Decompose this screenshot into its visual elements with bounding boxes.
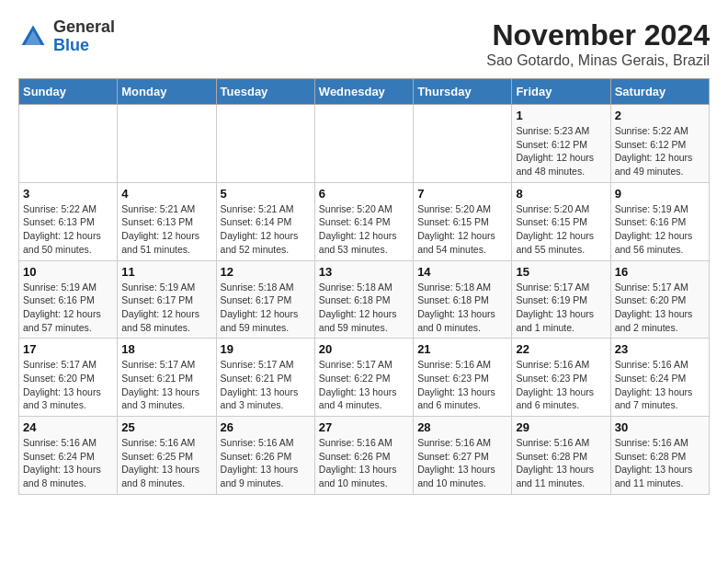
day-number: 18 bbox=[121, 342, 211, 356]
day-info: Sunrise: 5:16 AM Sunset: 6:28 PM Dayligh… bbox=[615, 436, 705, 490]
header-monday: Monday bbox=[118, 79, 216, 105]
calendar-cell: 15Sunrise: 5:17 AM Sunset: 6:19 PM Dayli… bbox=[512, 260, 610, 339]
logo-blue: Blue bbox=[53, 36, 89, 54]
day-number: 21 bbox=[417, 342, 507, 356]
day-number: 6 bbox=[319, 187, 409, 201]
day-info: Sunrise: 5:16 AM Sunset: 6:28 PM Dayligh… bbox=[516, 436, 606, 490]
day-number: 1 bbox=[516, 109, 606, 122]
calendar-cell: 14Sunrise: 5:18 AM Sunset: 6:18 PM Dayli… bbox=[414, 260, 512, 339]
calendar-cell bbox=[414, 105, 512, 183]
calendar-cell: 11Sunrise: 5:19 AM Sunset: 6:17 PM Dayli… bbox=[118, 260, 216, 339]
day-info: Sunrise: 5:18 AM Sunset: 6:18 PM Dayligh… bbox=[319, 281, 409, 335]
header-wednesday: Wednesday bbox=[314, 79, 413, 105]
calendar-cell: 26Sunrise: 5:16 AM Sunset: 6:26 PM Dayli… bbox=[216, 417, 314, 495]
week-row-0: 1Sunrise: 5:23 AM Sunset: 6:12 PM Daylig… bbox=[19, 105, 710, 183]
day-info: Sunrise: 5:17 AM Sunset: 6:21 PM Dayligh… bbox=[221, 358, 311, 412]
header-tuesday: Tuesday bbox=[216, 79, 314, 105]
title-block: November 2024 Sao Gotardo, Minas Gerais,… bbox=[486, 18, 710, 69]
day-number: 30 bbox=[615, 420, 705, 434]
calendar-table: SundayMondayTuesdayWednesdayThursdayFrid… bbox=[18, 78, 710, 495]
calendar-cell: 12Sunrise: 5:18 AM Sunset: 6:17 PM Dayli… bbox=[216, 260, 314, 339]
calendar-cell bbox=[216, 105, 314, 183]
calendar-cell: 13Sunrise: 5:18 AM Sunset: 6:18 PM Dayli… bbox=[314, 260, 413, 339]
day-number: 13 bbox=[319, 265, 409, 279]
day-info: Sunrise: 5:16 AM Sunset: 6:24 PM Dayligh… bbox=[23, 436, 113, 490]
day-info: Sunrise: 5:18 AM Sunset: 6:17 PM Dayligh… bbox=[221, 281, 311, 335]
day-number: 3 bbox=[23, 187, 113, 201]
day-info: Sunrise: 5:16 AM Sunset: 6:25 PM Dayligh… bbox=[121, 436, 211, 490]
day-number: 26 bbox=[221, 420, 311, 434]
day-info: Sunrise: 5:19 AM Sunset: 6:17 PM Dayligh… bbox=[121, 281, 211, 335]
day-info: Sunrise: 5:22 AM Sunset: 6:12 PM Dayligh… bbox=[615, 124, 705, 178]
day-info: Sunrise: 5:17 AM Sunset: 6:20 PM Dayligh… bbox=[615, 281, 705, 335]
calendar-cell bbox=[314, 105, 413, 183]
day-number: 4 bbox=[121, 187, 211, 201]
day-info: Sunrise: 5:16 AM Sunset: 6:24 PM Dayligh… bbox=[615, 358, 705, 412]
calendar-cell: 23Sunrise: 5:16 AM Sunset: 6:24 PM Dayli… bbox=[610, 339, 709, 417]
day-info: Sunrise: 5:19 AM Sunset: 6:16 PM Dayligh… bbox=[615, 202, 705, 257]
calendar-cell: 4Sunrise: 5:21 AM Sunset: 6:13 PM Daylig… bbox=[118, 182, 216, 260]
day-number: 25 bbox=[121, 420, 211, 434]
day-info: Sunrise: 5:17 AM Sunset: 6:19 PM Dayligh… bbox=[516, 281, 606, 335]
calendar-cell: 10Sunrise: 5:19 AM Sunset: 6:16 PM Dayli… bbox=[19, 260, 118, 339]
header-thursday: Thursday bbox=[414, 79, 512, 105]
day-number: 20 bbox=[319, 342, 409, 356]
calendar-cell: 8Sunrise: 5:20 AM Sunset: 6:15 PM Daylig… bbox=[512, 182, 610, 260]
day-number: 27 bbox=[319, 420, 409, 434]
day-info: Sunrise: 5:19 AM Sunset: 6:16 PM Dayligh… bbox=[23, 281, 113, 335]
day-number: 10 bbox=[23, 265, 113, 279]
day-number: 16 bbox=[615, 265, 705, 279]
calendar-cell: 29Sunrise: 5:16 AM Sunset: 6:28 PM Dayli… bbox=[512, 417, 610, 495]
day-info: Sunrise: 5:21 AM Sunset: 6:14 PM Dayligh… bbox=[221, 202, 311, 257]
day-info: Sunrise: 5:21 AM Sunset: 6:13 PM Dayligh… bbox=[121, 202, 211, 257]
calendar-cell: 3Sunrise: 5:22 AM Sunset: 6:13 PM Daylig… bbox=[19, 182, 118, 260]
logo-text: General Blue bbox=[53, 18, 115, 55]
calendar-cell: 17Sunrise: 5:17 AM Sunset: 6:20 PM Dayli… bbox=[19, 339, 118, 417]
day-number: 23 bbox=[615, 342, 705, 356]
day-number: 22 bbox=[516, 342, 606, 356]
day-info: Sunrise: 5:16 AM Sunset: 6:23 PM Dayligh… bbox=[417, 358, 507, 412]
day-number: 2 bbox=[615, 109, 705, 122]
calendar-cell: 30Sunrise: 5:16 AM Sunset: 6:28 PM Dayli… bbox=[610, 417, 709, 495]
week-row-1: 3Sunrise: 5:22 AM Sunset: 6:13 PM Daylig… bbox=[19, 182, 710, 260]
calendar-cell: 16Sunrise: 5:17 AM Sunset: 6:20 PM Dayli… bbox=[610, 260, 709, 339]
day-info: Sunrise: 5:17 AM Sunset: 6:22 PM Dayligh… bbox=[319, 358, 409, 412]
calendar-cell bbox=[118, 105, 216, 183]
day-number: 19 bbox=[221, 342, 311, 356]
day-info: Sunrise: 5:16 AM Sunset: 6:26 PM Dayligh… bbox=[221, 436, 311, 490]
calendar-cell: 20Sunrise: 5:17 AM Sunset: 6:22 PM Dayli… bbox=[314, 339, 413, 417]
header-friday: Friday bbox=[512, 79, 610, 105]
header-row: SundayMondayTuesdayWednesdayThursdayFrid… bbox=[19, 79, 710, 105]
day-number: 28 bbox=[417, 420, 507, 434]
calendar-cell: 24Sunrise: 5:16 AM Sunset: 6:24 PM Dayli… bbox=[19, 417, 118, 495]
day-number: 17 bbox=[23, 342, 113, 356]
week-row-3: 17Sunrise: 5:17 AM Sunset: 6:20 PM Dayli… bbox=[19, 339, 710, 417]
day-number: 15 bbox=[516, 265, 606, 279]
day-info: Sunrise: 5:20 AM Sunset: 6:14 PM Dayligh… bbox=[319, 202, 409, 257]
calendar-cell: 2Sunrise: 5:22 AM Sunset: 6:12 PM Daylig… bbox=[610, 105, 709, 183]
day-number: 5 bbox=[221, 187, 311, 201]
day-info: Sunrise: 5:17 AM Sunset: 6:20 PM Dayligh… bbox=[23, 358, 113, 412]
page-header: General Blue November 2024 Sao Gotardo, … bbox=[18, 18, 710, 69]
calendar-cell: 21Sunrise: 5:16 AM Sunset: 6:23 PM Dayli… bbox=[414, 339, 512, 417]
header-sunday: Sunday bbox=[19, 79, 118, 105]
day-info: Sunrise: 5:17 AM Sunset: 6:21 PM Dayligh… bbox=[121, 358, 211, 412]
day-info: Sunrise: 5:20 AM Sunset: 6:15 PM Dayligh… bbox=[516, 202, 606, 257]
day-info: Sunrise: 5:16 AM Sunset: 6:23 PM Dayligh… bbox=[516, 358, 606, 412]
day-number: 8 bbox=[516, 187, 606, 201]
page-title: November 2024 bbox=[486, 18, 710, 52]
day-info: Sunrise: 5:20 AM Sunset: 6:15 PM Dayligh… bbox=[417, 202, 507, 257]
day-number: 29 bbox=[516, 420, 606, 434]
calendar-cell: 5Sunrise: 5:21 AM Sunset: 6:14 PM Daylig… bbox=[216, 182, 314, 260]
calendar-cell: 9Sunrise: 5:19 AM Sunset: 6:16 PM Daylig… bbox=[610, 182, 709, 260]
day-number: 12 bbox=[221, 265, 311, 279]
calendar-cell: 28Sunrise: 5:16 AM Sunset: 6:27 PM Dayli… bbox=[414, 417, 512, 495]
day-number: 9 bbox=[615, 187, 705, 201]
calendar-cell: 18Sunrise: 5:17 AM Sunset: 6:21 PM Dayli… bbox=[118, 339, 216, 417]
day-number: 24 bbox=[23, 420, 113, 434]
logo: General Blue bbox=[18, 18, 115, 55]
day-info: Sunrise: 5:16 AM Sunset: 6:26 PM Dayligh… bbox=[319, 436, 409, 490]
calendar-cell: 27Sunrise: 5:16 AM Sunset: 6:26 PM Dayli… bbox=[314, 417, 413, 495]
calendar-cell: 22Sunrise: 5:16 AM Sunset: 6:23 PM Dayli… bbox=[512, 339, 610, 417]
calendar-cell: 7Sunrise: 5:20 AM Sunset: 6:15 PM Daylig… bbox=[414, 182, 512, 260]
